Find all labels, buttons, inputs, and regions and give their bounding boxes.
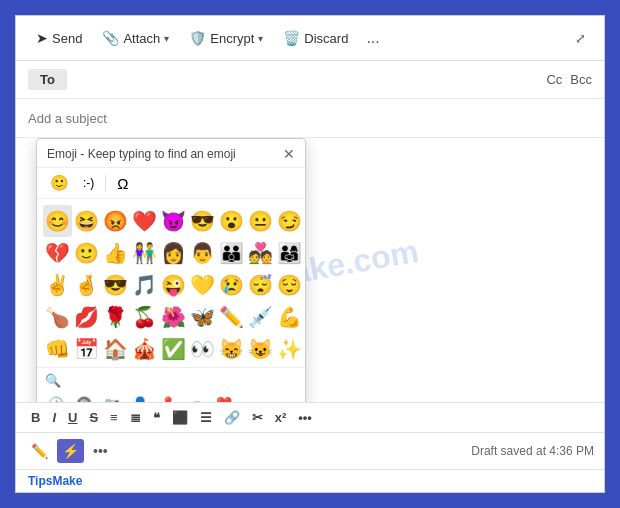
emoji-cell[interactable]: 👊: [43, 333, 72, 365]
emoji-cell[interactable]: 🙂: [72, 237, 101, 269]
emoji-cell[interactable]: 🎪: [130, 333, 159, 365]
emoji-cell[interactable]: 🎵: [130, 269, 159, 301]
to-input[interactable]: [75, 72, 539, 87]
format-more-button[interactable]: •••: [293, 407, 317, 428]
emoji-cell[interactable]: 🤞: [72, 269, 101, 301]
emoji-tab-smiley[interactable]: 🙂: [45, 172, 74, 194]
emoji-cell[interactable]: 👩: [159, 237, 188, 269]
bottom-more-icon: •••: [93, 443, 108, 459]
emoji-cell[interactable]: 💛: [188, 269, 217, 301]
emoji-cell[interactable]: 😏: [275, 205, 304, 237]
emoji-clock-icon[interactable]: 🕐: [45, 394, 67, 402]
body-area: TipsMake.com Emoji - Keep typing to find…: [16, 138, 604, 402]
bcc-link[interactable]: Bcc: [570, 72, 592, 87]
emoji-cell[interactable]: 👍: [101, 237, 130, 269]
emoji-cell[interactable]: 😌: [275, 269, 304, 301]
emoji-cell[interactable]: 💉: [246, 301, 275, 333]
emoji-cell[interactable]: 💑: [246, 237, 275, 269]
emoji-cell[interactable]: 😸: [217, 333, 246, 365]
emoji-cell[interactable]: 😺: [246, 333, 275, 365]
highlight-icon: ⚡: [62, 443, 79, 459]
cc-bcc-area: Cc Bcc: [546, 72, 592, 87]
encrypt-button[interactable]: 🛡️ Encrypt ▾: [181, 25, 271, 51]
emoji-cell[interactable]: 😮: [217, 205, 246, 237]
emoji-cell[interactable]: 👨‍👩‍👧: [275, 237, 304, 269]
strikethrough-button[interactable]: S: [84, 407, 103, 428]
emoji-cell[interactable]: 😎: [101, 269, 130, 301]
to-row: To Cc Bcc: [16, 61, 604, 99]
emoji-cell[interactable]: ✌️: [43, 269, 72, 301]
bullets-button[interactable]: ≣: [125, 407, 146, 428]
cut-button[interactable]: ✂: [247, 407, 268, 428]
emoji-cell[interactable]: 😎: [188, 205, 217, 237]
bottom-more-button[interactable]: •••: [88, 439, 113, 463]
emoji-cell[interactable]: 👫: [130, 237, 159, 269]
emoji-heart-icon[interactable]: ❤️: [213, 394, 235, 402]
bold-button[interactable]: B: [26, 407, 45, 428]
emoji-cell[interactable]: 💋: [72, 301, 101, 333]
emoji-tab-text[interactable]: :-): [78, 174, 99, 192]
emoji-cell[interactable]: 📅: [72, 333, 101, 365]
emoji-cell[interactable]: 😴: [246, 269, 275, 301]
emoji-cell[interactable]: 🏠: [101, 333, 130, 365]
emoji-cell[interactable]: ✨: [275, 333, 304, 365]
align-right-button[interactable]: ☰: [195, 407, 217, 428]
underline-button[interactable]: U: [63, 407, 82, 428]
emoji-cell[interactable]: 😜: [159, 269, 188, 301]
emoji-cell[interactable]: 👪: [217, 237, 246, 269]
toolbar-more-button[interactable]: ...: [360, 24, 385, 52]
pencil-button[interactable]: ✏️: [26, 439, 53, 463]
emoji-cell[interactable]: ✏️: [217, 301, 246, 333]
emoji-camera-icon[interactable]: 📷: [101, 394, 123, 402]
discard-button[interactable]: 🗑️ Discard: [275, 25, 356, 51]
emoji-cell[interactable]: ✅: [159, 333, 188, 365]
quote-button[interactable]: ❝: [148, 407, 165, 428]
emoji-cell[interactable]: 😈: [159, 205, 188, 237]
emoji-picker-header: Emoji - Keep typing to find an emoji ✕: [37, 139, 305, 168]
superscript-button[interactable]: x²: [270, 407, 292, 428]
emoji-picker-title: Emoji - Keep typing to find an emoji: [47, 147, 236, 161]
emoji-circle-icon[interactable]: 🔘: [73, 394, 95, 402]
emoji-close-button[interactable]: ✕: [283, 147, 295, 161]
emoji-cell[interactable]: 😢: [217, 269, 246, 301]
emoji-cell[interactable]: 😆: [72, 205, 101, 237]
emoji-person-icon[interactable]: 👤: [129, 394, 151, 402]
align-center-button[interactable]: ≡: [105, 407, 123, 428]
emoji-tab-omega[interactable]: Ω: [112, 173, 133, 194]
emoji-car-icon[interactable]: 🚗: [185, 394, 207, 402]
emoji-cell[interactable]: ❤️: [130, 205, 159, 237]
emoji-cell[interactable]: 😐: [246, 205, 275, 237]
emoji-tab-separator: [105, 175, 106, 191]
to-button[interactable]: To: [28, 69, 67, 90]
emoji-cell[interactable]: 💪: [275, 301, 304, 333]
emoji-cell[interactable]: 🌺: [159, 301, 188, 333]
brand-label: TipsMake: [28, 474, 82, 488]
emoji-tabs: 🙂 :-) Ω: [37, 168, 305, 199]
cc-link[interactable]: Cc: [546, 72, 562, 87]
italic-button[interactable]: I: [47, 407, 61, 428]
emoji-cell[interactable]: 👀: [188, 333, 217, 365]
attach-button[interactable]: 📎 Attach ▾: [94, 25, 177, 51]
emoji-search-input[interactable]: [67, 374, 297, 388]
expand-button[interactable]: ⤢: [569, 26, 592, 51]
emoji-cell[interactable]: 🌹: [101, 301, 130, 333]
emoji-cell[interactable]: 🍗: [43, 301, 72, 333]
link-button[interactable]: 🔗: [219, 407, 245, 428]
emoji-footer-icons: 🕐 🔘 📷 👤 📍 🚗 ❤️: [37, 394, 305, 402]
expand-icon: ⤢: [575, 31, 586, 46]
align-left-button[interactable]: ⬛: [167, 407, 193, 428]
send-label: Send: [52, 31, 82, 46]
emoji-cell[interactable]: 🍒: [130, 301, 159, 333]
emoji-pin-icon[interactable]: 📍: [157, 394, 179, 402]
subject-input[interactable]: [28, 111, 592, 126]
send-icon: ➤: [36, 30, 48, 46]
emoji-cell[interactable]: 😊: [43, 205, 72, 237]
send-button[interactable]: ➤ Send: [28, 25, 90, 51]
draft-status: Draft saved at 4:36 PM: [471, 444, 594, 458]
emoji-cell[interactable]: 💔: [43, 237, 72, 269]
highlight-button[interactable]: ⚡: [57, 439, 84, 463]
emoji-cell[interactable]: 👨: [188, 237, 217, 269]
emoji-cell[interactable]: 🦋: [188, 301, 217, 333]
emoji-search-icon: 🔍: [45, 373, 61, 388]
emoji-cell[interactable]: 😡: [101, 205, 130, 237]
